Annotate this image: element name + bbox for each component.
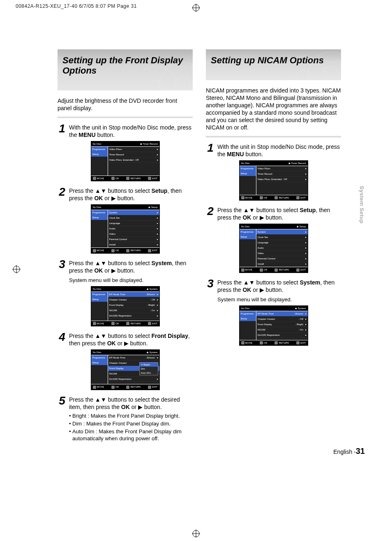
crop-mark-top (192, 4, 200, 12)
osd-footer: MOVE OK RETURN EXIT (91, 384, 159, 389)
step-text: Press the ▲▼ buttons to select System, t… (69, 259, 193, 274)
page-content: System Setup Setting up the Front Displa… (58, 49, 341, 442)
step-subtext: System menu will be displayed. (69, 277, 193, 284)
step: 2 Press the ▲▼ buttons to select Setup, … (206, 206, 341, 221)
osd-footer: MOVE OK RETURN EXIT (240, 267, 308, 272)
osd-sidebar: Programme Setup (240, 311, 256, 340)
svg-point-13 (323, 66, 339, 80)
right-title: Setting up NICAM Options (211, 55, 336, 65)
step: 2 Press the ▲▼ buttons to select Setup, … (58, 187, 193, 202)
step: 4 Press the ▲▼ buttons to select Front D… (58, 332, 193, 347)
right-banner: Setting up NICAM Options (206, 49, 341, 80)
osd-sidebar: Programme Setup (240, 166, 256, 195)
osd-footer: MOVE OK RETURN EXIT (91, 247, 159, 253)
step-text: Press the ▲▼ buttons to select the desir… (69, 396, 193, 411)
step-bullet: Dim : Makes the Front Panel Display dim. (69, 420, 193, 427)
step-number: 1 (206, 143, 215, 158)
svg-point-7 (148, 81, 164, 90)
osd-popup: ✔ BrightDimAuto Dim (139, 362, 158, 375)
divider (58, 117, 193, 118)
step-number: 2 (206, 206, 215, 221)
osd-sidebar: Programme Setup (240, 229, 256, 267)
osd-menu-setup: No Disc◆ Setup Programme Setup SystemClo… (91, 204, 160, 253)
step-bullet: Auto Dim : Makes the Front Panel Display… (69, 428, 193, 442)
right-column: Setting up NICAM Options NICAM programme… (206, 49, 341, 442)
step-text: With the unit in Stop mode/No Disc mode,… (69, 124, 193, 139)
osd-sidebar: Programme Setup (91, 292, 108, 321)
step-number: 1 (58, 124, 67, 139)
osd-sidebar: Programme Setup (91, 355, 108, 384)
step-text: Press the ▲▼ buttons to select Setup, th… (69, 187, 193, 202)
osd-footer: MOVE OK RETURN EXIT (240, 195, 308, 200)
side-tab: System Setup (359, 186, 365, 224)
svg-point-9 (174, 76, 191, 90)
step: 1 With the unit in Stop mode/No Disc mod… (58, 124, 193, 139)
crop-mark-left (12, 265, 21, 275)
step-number: 5 (58, 396, 67, 411)
step: 5 Press the ▲▼ buttons to select the des… (58, 396, 193, 411)
osd-menu-system: No Disc◆ System Programme Setup EP Mode … (239, 305, 308, 346)
osd-footer: MOVE OK RETURN EXIT (91, 321, 159, 326)
osd-footer: MOVE OK RETURN EXIT (240, 340, 308, 345)
step: 1 With the unit in Stop mode/No Disc mod… (206, 143, 341, 158)
step-text: Press the ▲▼ buttons to select Front Dis… (69, 332, 193, 347)
step-number: 4 (58, 332, 67, 347)
osd-footer: MOVE OK RETURN EXIT (91, 176, 159, 181)
divider (206, 136, 341, 137)
osd-menu-setup: No Disc◆ Setup Programme Setup SystemClo… (239, 224, 308, 273)
osd-menu-main: No Disc◆ Timer Record Programme Setup Vi… (91, 141, 160, 181)
osd-menu-system-popup: No Disc◆ System Programme Setup EP Mode … (91, 349, 160, 390)
osd-sidebar: Programme Setup (91, 210, 108, 247)
step-number: 2 (58, 187, 67, 202)
right-intro: NICAM programmes are divided into 3 type… (206, 87, 341, 131)
step-subtext: System menu will be displayed. (217, 296, 341, 303)
osd-menu-system: No Disc◆ System Programme Setup EP Mode … (91, 286, 160, 326)
step-bullet: Bright : Makes the Front Panel Display b… (69, 412, 193, 419)
step: 3 Press the ▲▼ buttons to select System,… (58, 259, 193, 274)
step: 3 Press the ▲▼ buttons to select System,… (206, 279, 341, 294)
svg-point-11 (296, 70, 312, 80)
crop-mark-bottom (192, 529, 200, 538)
step-text: Press the ▲▼ buttons to select Setup, th… (217, 206, 341, 221)
osd-menu-main: No Disc◆ Timer Record Programme Setup Vi… (239, 160, 308, 201)
step-text: Press the ▲▼ buttons to select System, t… (217, 279, 341, 294)
left-banner: Setting up the Front Display Options (58, 49, 193, 90)
left-title: Setting up the Front Display Options (62, 55, 188, 76)
osd-sidebar: Programme Setup (91, 147, 108, 176)
page-number: English -31 (333, 446, 365, 456)
left-intro: Adjust the brightness of the DVD recorde… (58, 97, 193, 112)
step-number: 3 (206, 279, 215, 294)
step-number: 3 (58, 259, 67, 274)
left-column: Setting up the Front Display Options Adj… (58, 49, 193, 442)
step-text: With the unit in Stop mode/No Disc mode,… (217, 143, 341, 158)
